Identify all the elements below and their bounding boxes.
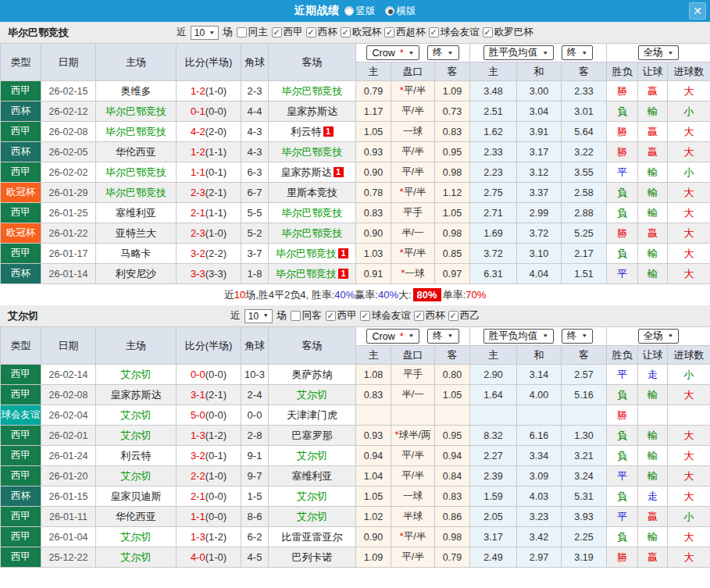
filter-label: 球会友谊 (372, 309, 411, 323)
table-row: 西甲26-02-08皇家苏斯达3-1(2-1)2-4艾尔切0.83半/一1.05… (1, 385, 710, 405)
scope-select[interactable]: 全场▼ (638, 45, 680, 60)
checkbox-icon[interactable]: ✓ (306, 27, 316, 37)
table-row: 西甲26-01-25塞维利亚2-1(1-1)5-5毕尔巴鄂竞技0.83平手1.0… (1, 203, 710, 223)
league-filter[interactable]: ✓球会友谊 (429, 26, 480, 39)
radio-vertical-layout[interactable]: 竖版 (344, 5, 376, 18)
odds-time-select[interactable]: 终▼ (427, 329, 458, 344)
col-header-date: 日期 (41, 327, 96, 365)
match-count-select[interactable]: 10 ▼ (191, 26, 219, 40)
half-time-score: (1-2) (205, 429, 227, 441)
radio-horizontal-layout[interactable]: 横版 (385, 5, 416, 18)
col-header-score: 比分(半场) (177, 327, 241, 365)
league-filter[interactable]: ✓球会友谊 (360, 309, 411, 323)
same-venue-filter[interactable]: 同主 (237, 26, 268, 39)
league-filter[interactable]: ✓欧罗巴杯 (483, 26, 533, 39)
avg-away-cell: 2.58 (562, 183, 607, 203)
bookmaker-select[interactable]: Crow*▼ (366, 45, 419, 60)
league-filter[interactable]: ✓欧冠杯 (341, 26, 382, 39)
checkbox-icon[interactable]: ✓ (341, 27, 351, 37)
league-filter[interactable]: ✓西超杯 (384, 26, 426, 39)
away-team-cell: 里斯本竞技 (269, 183, 356, 203)
full-time-score: 1-2 (191, 85, 205, 97)
avg-home-cell: 2.33 (470, 142, 517, 162)
filter-label: 欧罗巴杯 (494, 26, 533, 39)
red-card-badge: 1 (338, 248, 348, 258)
handicap-line-cell: 半/一 (391, 223, 435, 244)
radio-icon[interactable] (344, 6, 354, 16)
result-outcome-cell: 平 (607, 466, 638, 486)
half-time-score: (1-2) (205, 531, 227, 543)
result-handicap-cell: 贏 (638, 223, 668, 244)
away-team-cell: 艾尔切 (269, 446, 356, 466)
score-cell: 0-1(0-0) (177, 102, 241, 122)
checkbox-icon[interactable]: ✓ (360, 311, 370, 321)
checkbox-icon[interactable]: ✓ (429, 27, 439, 37)
away-team-cell: 皇家苏斯达1 (269, 162, 356, 183)
result-goals-cell: 大 (668, 446, 710, 466)
filter-label: 西超杯 (396, 26, 426, 39)
home-team-cell: 艾尔切 (96, 466, 177, 486)
odds-home-cell: 1.03 (356, 244, 391, 264)
team-name-text: 塞维利亚 (116, 207, 156, 219)
avg-draw-cell (517, 405, 562, 426)
result-goals-cell: 大 (668, 547, 710, 568)
scope-dropdown-group: 全场▼ (607, 44, 710, 62)
chevron-down-icon: ▼ (542, 333, 548, 339)
odds-time-select[interactable]: 终▼ (427, 45, 458, 60)
avg-time-select[interactable]: 终▼ (562, 329, 593, 344)
away-team-cell: 毕尔巴鄂竞技 (269, 142, 356, 162)
league-filter[interactable]: ✓西杯 (414, 309, 445, 323)
checkbox-icon[interactable]: ✓ (326, 311, 336, 321)
team-name-text: 艾尔切 (121, 429, 152, 441)
avg-draw-cell: 3.42 (517, 527, 562, 547)
away-team-cell: 比雷亚雷亚尔 (269, 527, 356, 547)
score-cell: 1-1(0-1) (177, 162, 241, 183)
avg-time-select[interactable]: 终▼ (562, 45, 593, 60)
checkbox-icon[interactable]: ✓ (384, 27, 394, 37)
avg-home-cell: 8.32 (470, 426, 517, 446)
table-row: 西甲26-02-02毕尔巴鄂竞技1-1(0-1)6-3皇家苏斯达10.90平/半… (1, 162, 710, 183)
league-filter[interactable]: ✓西乙 (448, 309, 480, 323)
team-name-text: 巴塞罗那 (292, 429, 333, 441)
chevron-down-icon: ▼ (448, 333, 454, 339)
league-filter[interactable]: ✓西甲 (326, 309, 357, 323)
page-title: 近期战绩 (294, 4, 340, 18)
handicap-line-cell: *平/半 (391, 244, 435, 264)
col-header-type: 类型 (1, 44, 41, 81)
games-label: 场 (223, 26, 233, 39)
line-text: 一球 (405, 268, 424, 279)
close-icon[interactable]: ✕ (689, 2, 706, 20)
radio-icon[interactable] (385, 6, 394, 16)
full-time-score: 3-3 (191, 268, 205, 280)
away-team-cell: 巴列卡诺 (269, 547, 356, 568)
scope-select[interactable]: 全场▼ (638, 329, 680, 344)
result-goals-cell: 大 (668, 426, 710, 446)
team-name-text: 利安尼沙 (116, 268, 156, 280)
half-time-score: (0-1) (205, 166, 227, 178)
checkbox-icon[interactable]: ✓ (483, 27, 493, 37)
match-type-cell: 欧冠杯 (1, 223, 41, 244)
avg-home-cell: 2.49 (470, 547, 517, 568)
avg-type-select[interactable]: 胜平负均值▼ (483, 45, 554, 60)
odds-away-cell: 0.98 (435, 223, 470, 244)
filter-label: 西乙 (460, 309, 480, 323)
filter-label: 西杯 (318, 26, 337, 39)
match-date: 26-01-29 (41, 183, 96, 203)
league-filter[interactable]: ✓西甲 (272, 26, 303, 39)
same-venue-filter[interactable]: 同客 (291, 309, 322, 323)
match-date: 26-01-14 (41, 264, 96, 284)
checkbox-icon[interactable]: ✓ (448, 311, 458, 321)
checkbox-icon[interactable]: ✓ (272, 27, 282, 37)
league-filter[interactable]: ✓西杯 (306, 26, 337, 39)
checkbox-icon[interactable] (237, 27, 247, 37)
avg-type-select[interactable]: 胜平负均值▼ (483, 329, 554, 344)
odds-home-cell (356, 405, 391, 426)
league-filters: ✓西甲✓西杯✓欧冠杯✓西超杯✓球会友谊✓欧罗巴杯 (272, 26, 533, 39)
checkbox-icon[interactable] (291, 311, 301, 321)
result-handicap-cell: 輸 (638, 244, 668, 264)
checkbox-icon[interactable]: ✓ (414, 311, 424, 321)
result-handicap-cell: 輸 (638, 446, 668, 466)
match-count-select[interactable]: 10 ▼ (244, 309, 273, 323)
sub-header-handicap: 让球 (638, 346, 668, 365)
bookmaker-select[interactable]: Crow*▼ (366, 329, 419, 344)
